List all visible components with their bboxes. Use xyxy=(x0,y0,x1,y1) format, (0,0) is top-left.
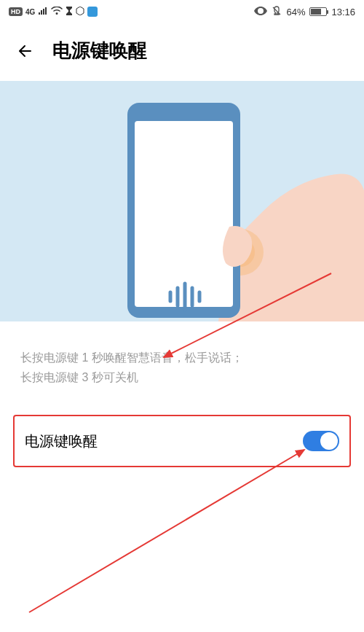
description-line2: 长按电源键 3 秒可关机 xyxy=(20,367,344,387)
toggle-knob xyxy=(320,432,338,450)
app-badge-icon xyxy=(87,7,98,17)
arrow-left-icon xyxy=(17,42,34,60)
hexagon-icon xyxy=(76,7,84,17)
svg-rect-3 xyxy=(135,121,233,307)
status-right: 64% 13:16 xyxy=(254,6,355,18)
eye-icon xyxy=(254,7,267,17)
toggle-switch[interactable] xyxy=(303,431,339,451)
signal-icon xyxy=(38,7,48,17)
description-text: 长按电源键 1 秒唤醒智慧语音，松手说话； 长按电源键 3 秒可关机 xyxy=(0,321,364,407)
description-line1: 长按电源键 1 秒唤醒智慧语音，松手说话； xyxy=(20,348,344,367)
back-button[interactable] xyxy=(16,42,35,61)
wifi-icon xyxy=(51,7,63,17)
battery-icon xyxy=(309,7,327,16)
svg-line-10 xyxy=(29,450,304,612)
page-title: 电源键唤醒 xyxy=(52,38,147,63)
setting-label: 电源键唤醒 xyxy=(25,432,98,451)
hd-badge: HD xyxy=(9,7,23,16)
clock-text: 13:16 xyxy=(331,7,355,17)
page-header: 电源键唤醒 xyxy=(0,23,364,81)
illustration-panel xyxy=(0,81,364,321)
mute-icon xyxy=(272,6,282,18)
status-bar: HD 4G 64% 13:16 xyxy=(0,0,364,23)
hourglass-icon xyxy=(66,7,73,17)
phone-hand-illustration xyxy=(0,81,364,321)
network-type: 4G xyxy=(25,8,35,16)
status-left: HD 4G xyxy=(9,7,98,17)
setting-row-power-wake[interactable]: 电源键唤醒 xyxy=(13,415,351,467)
battery-text: 64% xyxy=(286,7,305,17)
